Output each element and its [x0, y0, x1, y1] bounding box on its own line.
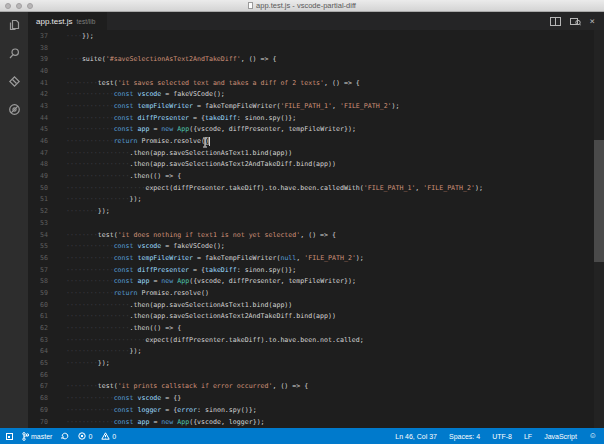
code-text: ················});: [66, 347, 141, 355]
line-number[interactable]: 66: [28, 371, 48, 379]
line-number[interactable]: 64: [28, 347, 48, 355]
split-editor-icon[interactable]: [550, 12, 561, 30]
line-number[interactable]: 42: [28, 90, 48, 98]
code-line[interactable]: 52········});: [28, 205, 604, 217]
code-text: ············const tempFileWriter = fakeT…: [66, 254, 364, 262]
line-number[interactable]: 41: [28, 79, 48, 87]
code-line[interactable]: 60················.then(app.saveSelectio…: [28, 299, 604, 311]
line-number[interactable]: 40: [28, 67, 48, 75]
line-number[interactable]: 44: [28, 114, 48, 122]
code-line[interactable]: 58············const app = new App({vscod…: [28, 275, 604, 287]
cursor-position-indicator[interactable]: Ln 46, Col 37: [395, 433, 437, 440]
line-number[interactable]: 59: [28, 289, 48, 297]
code-text: ············const diffPresenter = {takeD…: [66, 114, 296, 122]
code-line[interactable]: 57············const diffPresenter = {tak…: [28, 264, 604, 276]
line-number[interactable]: 56: [28, 254, 48, 262]
code-line[interactable]: 44············const diffPresenter = {tak…: [28, 112, 604, 124]
line-number[interactable]: 60: [28, 301, 48, 309]
close-tab-icon[interactable]: ×: [590, 17, 595, 26]
indentation-indicator[interactable]: Spaces: 4: [449, 433, 480, 440]
line-number[interactable]: 37: [28, 32, 48, 40]
line-number[interactable]: 51: [28, 195, 48, 203]
line-number[interactable]: 39: [28, 55, 48, 63]
line-number[interactable]: 69: [28, 406, 48, 414]
line-number[interactable]: 58: [28, 277, 48, 285]
code-line[interactable]: 41········test('it saves selected text a…: [28, 77, 604, 89]
code-line[interactable]: 66: [28, 369, 604, 381]
eol-indicator[interactable]: LF: [524, 433, 532, 440]
git-sync-button[interactable]: [61, 432, 69, 440]
code-line[interactable]: 65········});: [28, 357, 604, 369]
line-number[interactable]: 63: [28, 336, 48, 344]
code-line[interactable]: 48················.then(app.saveSelectio…: [28, 159, 604, 171]
code-line[interactable]: 38: [28, 42, 604, 54]
code-line[interactable]: 62················.then(() => {: [28, 322, 604, 334]
code-line[interactable]: 47················.then(app.saveSelectio…: [28, 147, 604, 159]
language-mode-indicator[interactable]: JavaScript: [544, 433, 577, 440]
line-number[interactable]: 68: [28, 394, 48, 402]
debug-icon[interactable]: [7, 102, 22, 117]
search-icon[interactable]: [7, 46, 22, 61]
code-line[interactable]: 50····················expect(diffPresent…: [28, 182, 604, 194]
line-number[interactable]: 50: [28, 184, 48, 192]
code-line[interactable]: 39····suite('#saveSelectionAsText2AndTak…: [28, 53, 604, 65]
line-number[interactable]: 46: [28, 137, 48, 145]
code-line[interactable]: 67········test('it prints callstack if e…: [28, 381, 604, 393]
line-number[interactable]: 45: [28, 125, 48, 133]
code-line[interactable]: 56············const tempFileWriter = fak…: [28, 252, 604, 264]
statusbar-right: Ln 46, Col 37 Spaces: 4 UTF-8 LF JavaScr…: [395, 432, 604, 440]
explorer-icon[interactable]: [7, 18, 22, 33]
code-line[interactable]: 55············const vscode = fakeVSCode(…: [28, 240, 604, 252]
code-line[interactable]: 43············const tempFileWriter = fak…: [28, 100, 604, 112]
code-line[interactable]: 61················.then(app.saveSelectio…: [28, 311, 604, 323]
line-number[interactable]: 38: [28, 44, 48, 52]
code-line[interactable]: 68············const vscode = {}: [28, 392, 604, 404]
line-number[interactable]: 43: [28, 102, 48, 110]
code-line[interactable]: 70············const app = new App({vscod…: [28, 416, 604, 428]
feedback-smiley-icon[interactable]: ☺: [589, 432, 597, 440]
line-number[interactable]: 70: [28, 418, 48, 426]
line-number[interactable]: 55: [28, 242, 48, 250]
code-line[interactable]: 53: [28, 217, 604, 229]
code-line[interactable]: 51················});: [28, 194, 604, 206]
line-number[interactable]: 49: [28, 172, 48, 180]
line-number[interactable]: 62: [28, 324, 48, 332]
code-text: ················.then(() => {: [66, 172, 181, 180]
open-preview-icon[interactable]: [570, 12, 581, 30]
code-line[interactable]: 64················});: [28, 346, 604, 358]
code-line[interactable]: 59············return Promise.resolve(): [28, 287, 604, 299]
code-line[interactable]: 69············const logger = {error: sin…: [28, 404, 604, 416]
window-title-area: app.test.js - vscode-partial-diff: [0, 1, 604, 10]
code-text: ············const app = new App({vscode,…: [66, 277, 356, 285]
encoding-indicator[interactable]: UTF-8: [492, 433, 512, 440]
git-branch-indicator[interactable]: master: [22, 432, 52, 441]
code-line[interactable]: 42············const vscode = fakeVSCode(…: [28, 88, 604, 100]
code-line[interactable]: 45············const app = new App({vscod…: [28, 124, 604, 136]
line-number[interactable]: 65: [28, 359, 48, 367]
git-branch-label: master: [31, 433, 52, 440]
line-number[interactable]: 53: [28, 219, 48, 227]
line-number[interactable]: 61: [28, 312, 48, 320]
warning-icon: [101, 432, 110, 440]
code-editor[interactable]: 37····});3839····suite('#saveSelectionAs…: [28, 30, 604, 428]
code-line[interactable]: 49················.then(() => {: [28, 170, 604, 182]
editor-scrollbar-thumb[interactable]: [594, 140, 604, 262]
errors-indicator[interactable]: 0: [78, 432, 92, 440]
source-control-icon[interactable]: [7, 74, 22, 89]
code-line[interactable]: 46············return Promise.resolve(): [28, 135, 604, 147]
code-line[interactable]: 63····················expect(diffPresent…: [28, 334, 604, 346]
code-text: ············const vscode = fakeVSCode();: [66, 242, 225, 250]
line-number[interactable]: 54: [28, 231, 48, 239]
code-line[interactable]: 37····});: [28, 30, 604, 42]
line-number[interactable]: 47: [28, 149, 48, 157]
sync-icon: [61, 432, 69, 440]
warnings-indicator[interactable]: 0: [101, 432, 116, 440]
code-line[interactable]: 54········test('it does nothing if text1…: [28, 229, 604, 241]
line-number[interactable]: 52: [28, 207, 48, 215]
line-number[interactable]: 48: [28, 160, 48, 168]
line-number[interactable]: 57: [28, 266, 48, 274]
line-number[interactable]: 67: [28, 382, 48, 390]
tab-app-test-js[interactable]: app.test.js test/lib: [28, 12, 107, 30]
code-line[interactable]: 40: [28, 65, 604, 77]
status-box-icon[interactable]: [6, 433, 13, 440]
